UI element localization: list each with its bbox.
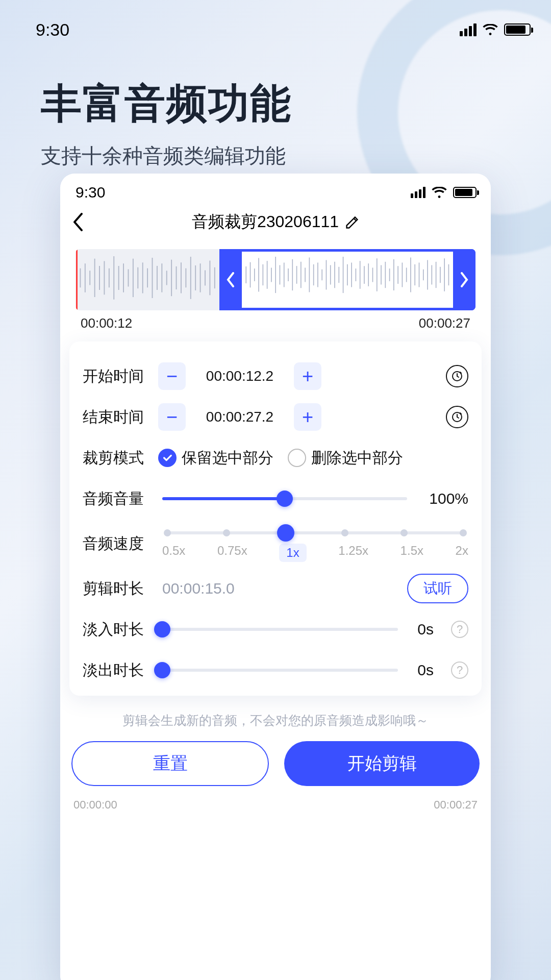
- speed-opt-4[interactable]: 1.5x: [400, 544, 423, 562]
- speed-labels: 0.5x 0.75x 1x 1.25x 1.5x 2x: [162, 544, 468, 562]
- footer-note: 剪辑会生成新的音频，不会对您的原音频造成影响哦～: [70, 712, 481, 729]
- start-plus-button[interactable]: +: [294, 362, 321, 390]
- signal-icon: [460, 23, 477, 36]
- radio-off-icon: [288, 449, 306, 467]
- volume-thumb[interactable]: [277, 491, 293, 507]
- end-clock-button[interactable]: [446, 406, 468, 428]
- fadein-thumb[interactable]: [154, 621, 170, 638]
- range-start-time: 00:00:12: [81, 315, 132, 331]
- nav-bar: 音频裁剪230206111: [60, 204, 491, 240]
- battery-icon: [504, 23, 531, 36]
- mode-keep-radio[interactable]: 保留选中部分: [158, 448, 273, 469]
- fadein-value: 0s: [408, 621, 434, 638]
- status-icons: [460, 23, 531, 36]
- mode-delete-radio[interactable]: 删除选中部分: [288, 448, 403, 469]
- fadeout-value: 0s: [408, 662, 434, 679]
- foot-time-right: 00:00:27: [434, 798, 478, 812]
- fadeout-thumb[interactable]: [154, 662, 170, 678]
- device-status-bar: 9:30: [0, 14, 551, 45]
- wifi-icon: [432, 187, 447, 198]
- speed-label: 音频速度: [83, 533, 158, 554]
- app-screen: 9:30 音频裁剪230206111: [60, 174, 491, 980]
- waveform-selected[interactable]: [219, 249, 475, 310]
- speed-opt-2[interactable]: 1x: [279, 544, 306, 562]
- settings-panel: 开始时间 − 00:00:12.2 + 结束时间 − 00:00:27.2 + …: [69, 341, 482, 696]
- end-minus-button[interactable]: −: [158, 403, 186, 431]
- action-buttons: 重置 开始剪辑: [60, 741, 491, 796]
- volume-row: 音频音量 100%: [83, 478, 468, 519]
- wifi-icon: [483, 24, 498, 35]
- mode-row: 裁剪模式 保留选中部分 删除选中部分: [83, 437, 468, 478]
- end-plus-button[interactable]: +: [294, 403, 321, 431]
- waveform-selector[interactable]: [76, 249, 475, 310]
- mode-delete-label: 删除选中部分: [311, 448, 403, 469]
- status-time: 9:30: [36, 20, 69, 40]
- volume-label: 音频音量: [83, 488, 158, 509]
- page-title: 音频裁剪230206111: [60, 211, 491, 233]
- hero-subtitle: 支持十余种音频类编辑功能: [41, 142, 292, 170]
- fadein-slider[interactable]: [162, 628, 398, 631]
- mode-keep-label: 保留选中部分: [182, 448, 273, 469]
- app-status-time: 9:30: [76, 184, 105, 201]
- preview-button[interactable]: 试听: [407, 574, 468, 603]
- confirm-button[interactable]: 开始剪辑: [284, 741, 480, 786]
- waveform-selected-body: [242, 249, 453, 310]
- start-minus-button[interactable]: −: [158, 362, 186, 390]
- range-time-row: 00:00:12 00:00:27: [81, 315, 470, 331]
- fadeout-row: 淡出时长 0s ?: [83, 650, 468, 691]
- battery-icon: [453, 187, 477, 198]
- end-time-row: 结束时间 − 00:00:27.2 +: [83, 397, 468, 437]
- volume-slider[interactable]: [162, 497, 407, 500]
- title-text: 音频裁剪230206111: [192, 211, 339, 233]
- range-handle-left[interactable]: [219, 249, 242, 310]
- mode-label: 裁剪模式: [83, 448, 158, 469]
- start-clock-button[interactable]: [446, 365, 468, 387]
- volume-value: 100%: [417, 490, 468, 507]
- speed-thumb[interactable]: [277, 524, 294, 542]
- end-value[interactable]: 00:00:27.2: [191, 403, 289, 431]
- duration-row: 剪辑时长 00:00:15.0 试听: [83, 568, 468, 609]
- start-label: 开始时间: [83, 366, 158, 387]
- speed-opt-3[interactable]: 1.25x: [338, 544, 368, 562]
- fadein-row: 淡入时长 0s ?: [83, 609, 468, 650]
- speed-slider[interactable]: [167, 531, 463, 534]
- fadeout-help-icon[interactable]: ?: [451, 662, 468, 679]
- range-end-time: 00:00:27: [419, 315, 470, 331]
- footer-time-row: 00:00:00 00:00:27: [60, 796, 491, 814]
- app-status-icons: [411, 187, 477, 198]
- check-icon: [158, 449, 177, 467]
- fadeout-slider[interactable]: [162, 669, 398, 672]
- fadein-help-icon[interactable]: ?: [451, 621, 468, 638]
- hero-title: 丰富音频功能: [41, 77, 292, 132]
- start-value[interactable]: 00:00:12.2: [191, 362, 289, 390]
- start-time-row: 开始时间 − 00:00:12.2 +: [83, 356, 468, 397]
- fadeout-label: 淡出时长: [83, 660, 158, 681]
- end-label: 结束时间: [83, 407, 158, 428]
- reset-button[interactable]: 重置: [71, 741, 269, 786]
- duration-value: 00:00:15.0: [162, 580, 235, 597]
- foot-time-left: 00:00:00: [73, 798, 117, 812]
- speed-row: 音频速度 0.5x 0.75x 1x 1.25x 1.5x 2x: [83, 519, 468, 568]
- range-handle-right[interactable]: [453, 249, 475, 310]
- signal-icon: [411, 187, 425, 198]
- duration-label: 剪辑时长: [83, 578, 158, 599]
- speed-opt-1[interactable]: 0.75x: [217, 544, 247, 562]
- app-status-bar: 9:30: [60, 174, 491, 204]
- edit-title-icon[interactable]: [345, 215, 359, 229]
- waveform-unselected: [76, 249, 219, 310]
- hero: 丰富音频功能 支持十余种音频类编辑功能: [41, 77, 292, 170]
- speed-opt-0[interactable]: 0.5x: [162, 544, 185, 562]
- fadein-label: 淡入时长: [83, 619, 158, 640]
- speed-opt-5[interactable]: 2x: [456, 544, 468, 562]
